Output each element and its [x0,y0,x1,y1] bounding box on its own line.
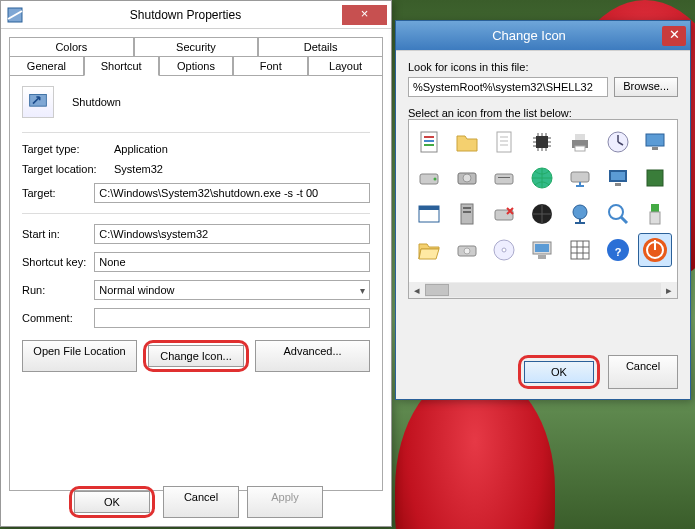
svg-rect-29 [463,207,471,209]
svg-point-17 [463,174,471,182]
grid-icon[interactable] [564,234,596,266]
comment-label: Comment: [22,312,94,324]
globe-icon[interactable] [526,162,558,194]
ok-button[interactable]: OK [74,491,150,513]
folder-icon[interactable] [451,126,483,158]
network-globe-icon[interactable] [564,198,596,230]
svg-rect-7 [536,136,548,148]
folder-open-icon[interactable] [413,234,445,266]
ok-button[interactable]: OK [524,361,594,383]
target-input[interactable] [94,183,370,203]
tab-general[interactable]: General [9,56,84,76]
highlight-ok-change-icon: OK [518,355,600,389]
computer-icon[interactable] [526,234,558,266]
change-icon-dialog: Change Icon ✕ Look for icons in this fil… [395,20,691,400]
look-label: Look for icons in this file: [408,61,678,73]
usb-icon[interactable] [639,198,671,230]
magnifier-icon[interactable] [602,198,634,230]
close-button[interactable]: ✕ [662,26,686,46]
icon-path-input[interactable] [408,77,608,97]
server-icon[interactable] [451,198,483,230]
svg-rect-18 [495,174,513,184]
svg-rect-21 [571,172,589,182]
svg-rect-36 [650,212,660,224]
svg-rect-27 [419,206,439,210]
titlebar[interactable]: Change Icon ✕ [396,21,690,51]
tab-security[interactable]: Security [134,37,259,57]
chip-icon[interactable] [526,126,558,158]
scroll-right-icon[interactable]: ▸ [661,284,677,297]
tab-content: Shutdown Target type: Application Target… [9,75,383,491]
close-button[interactable]: × [342,5,387,25]
svg-point-38 [464,248,470,254]
svg-rect-25 [647,170,663,186]
svg-point-33 [573,205,587,219]
open-file-location-button[interactable]: Open File Location [22,340,137,372]
network-drive-icon[interactable] [564,162,596,194]
window-icon [7,7,23,23]
tab-font[interactable]: Font [233,56,308,76]
desktop-icon[interactable] [639,126,671,158]
svg-rect-6 [497,132,511,152]
scroll-thumb[interactable] [425,284,449,296]
tab-options[interactable]: Options [159,56,234,76]
run-select[interactable]: Normal window ▾ [94,280,370,300]
svg-rect-10 [575,146,585,151]
window-icon[interactable] [413,198,445,230]
help-icon[interactable]: ? [602,234,634,266]
cancel-button[interactable]: Cancel [163,486,239,518]
shortcut-key-label: Shortcut key: [22,256,94,268]
dialog-title: Change Icon [396,28,662,43]
change-icon-button[interactable]: Change Icon... [148,345,244,367]
disc-drive-icon[interactable] [488,162,520,194]
black-globe-icon[interactable] [526,198,558,230]
svg-rect-42 [535,244,549,252]
svg-text:?: ? [614,246,621,258]
svg-rect-23 [611,172,625,180]
svg-rect-12 [646,134,664,146]
svg-rect-49 [654,240,656,250]
power-icon[interactable] [639,234,671,266]
svg-rect-4 [424,140,434,142]
green-square-icon[interactable] [639,162,671,194]
advanced-button[interactable]: Advanced... [255,340,370,372]
chevron-down-icon: ▾ [360,285,365,296]
target-location-value: System32 [114,163,370,175]
shortcut-key-input[interactable] [94,252,370,272]
drive-icon[interactable] [413,162,445,194]
page-icon[interactable] [488,126,520,158]
comment-input[interactable] [94,308,370,328]
run-label: Run: [22,284,94,296]
tab-colors[interactable]: Colors [9,37,134,57]
horizontal-scrollbar[interactable]: ◂ ▸ [409,282,677,298]
document-icon[interactable] [413,126,445,158]
shortcut-file-icon [22,86,54,118]
scroll-track[interactable] [425,283,661,297]
browse-button[interactable]: Browse... [614,77,678,97]
window-title: Shutdown Properties [29,8,342,22]
titlebar[interactable]: Shutdown Properties × [1,1,391,29]
tab-layout[interactable]: Layout [308,56,383,76]
svg-rect-24 [615,183,621,186]
svg-point-15 [434,178,437,181]
svg-rect-5 [424,144,434,146]
tab-row-lower: General Shortcut Options Font Layout [9,56,383,75]
svg-rect-13 [652,147,658,150]
scroll-left-icon[interactable]: ◂ [409,284,425,297]
tab-shortcut[interactable]: Shortcut [84,56,159,76]
monitor-blue-icon[interactable] [602,162,634,194]
clock-icon[interactable] [602,126,634,158]
tab-details[interactable]: Details [258,37,383,57]
cd-icon[interactable] [488,234,520,266]
optical-drive-icon[interactable] [451,234,483,266]
svg-point-40 [502,248,506,252]
highlight-ok-properties: OK [69,486,155,518]
tab-row-upper: Colors Security Details [9,37,383,56]
drive-x-icon[interactable] [488,198,520,230]
start-in-input[interactable] [94,224,370,244]
svg-rect-35 [651,204,659,212]
printer-icon[interactable] [564,126,596,158]
hdd-icon[interactable] [451,162,483,194]
cancel-button[interactable]: Cancel [608,355,678,389]
apply-button: Apply [247,486,323,518]
